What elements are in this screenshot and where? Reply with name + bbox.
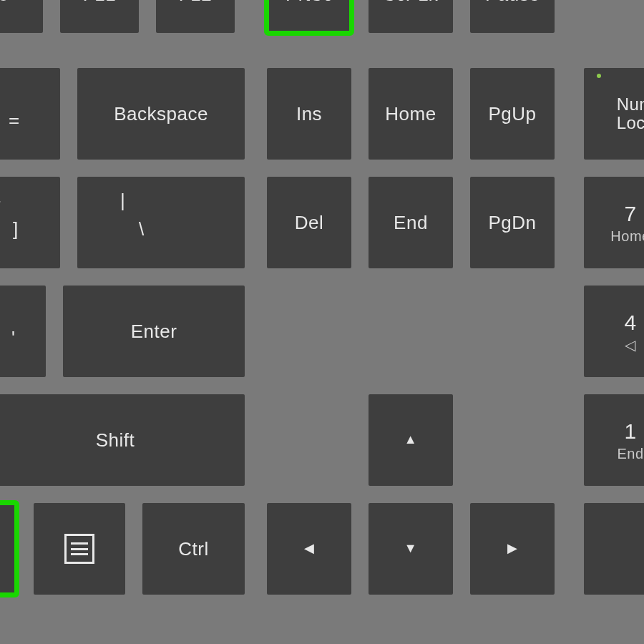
- scroll-lock-key[interactable]: Scr Lk: [369, 0, 453, 33]
- end-key[interactable]: End: [369, 177, 453, 268]
- menu-key[interactable]: [34, 503, 125, 595]
- key-label: PgDn: [488, 213, 536, 233]
- key-label: 0: [0, 0, 9, 4]
- right-ctrl-key[interactable]: Ctrl: [142, 503, 245, 595]
- key-sub-label: End: [617, 446, 643, 462]
- key-label: PgUp: [488, 104, 536, 125]
- numpad-4-key[interactable]: 4◁: [584, 286, 644, 377]
- plus-equals-key[interactable]: +=: [0, 68, 60, 160]
- key-main-label: 4: [624, 311, 636, 334]
- key-label: Scr Lk: [384, 0, 439, 4]
- f10-key[interactable]: 0: [0, 0, 43, 33]
- left-arrow-key[interactable]: ◀: [267, 503, 351, 595]
- key-label: Ins: [296, 104, 322, 125]
- down-arrow-key[interactable]: ▼: [369, 503, 453, 595]
- right-bracket-key[interactable]: }]: [0, 177, 60, 268]
- key-label: Del: [295, 213, 324, 233]
- insert-key[interactable]: Ins: [267, 68, 351, 160]
- key-sub-label: Home: [610, 228, 644, 244]
- single-quote-label: ': [11, 327, 15, 349]
- pageup-key[interactable]: PgUp: [470, 68, 555, 160]
- key-main-label: 1: [624, 419, 636, 443]
- delete-key[interactable]: Del: [267, 177, 351, 268]
- numpad-0-key[interactable]: [584, 503, 644, 595]
- menu-icon: [64, 534, 94, 564]
- numpad-1-key[interactable]: 1End: [584, 394, 644, 486]
- arrow-down-icon: ▼: [404, 542, 417, 556]
- numlock-key[interactable]: Num Lock: [584, 68, 644, 160]
- up-arrow-key[interactable]: ▲: [369, 394, 453, 486]
- key-label: F11: [83, 0, 116, 4]
- arrow-left-icon: ◀: [304, 542, 315, 556]
- pause-key[interactable]: Pause: [470, 0, 555, 33]
- equals-label: =: [9, 109, 19, 132]
- printscreen-key[interactable]: PrtSc: [267, 0, 351, 33]
- right-brace-label: }: [0, 190, 1, 212]
- key-sub-label: ◁: [625, 337, 636, 353]
- hidden-highlighted-key[interactable]: [0, 503, 16, 595]
- key-label: End: [394, 213, 428, 233]
- key-main-label: 7: [624, 202, 636, 225]
- right-arrow-key[interactable]: ▶: [470, 503, 555, 595]
- pipe-label: |: [120, 190, 125, 212]
- key-label: Shift: [96, 430, 135, 451]
- f12-key[interactable]: F12: [156, 0, 235, 33]
- key-label: Enter: [131, 321, 177, 342]
- quote-key[interactable]: "': [0, 286, 46, 377]
- key-label: Backspace: [114, 104, 208, 125]
- numpad-7-key[interactable]: 7Home: [584, 177, 644, 268]
- key-label: Pause: [485, 0, 540, 4]
- key-label: Ctrl: [178, 539, 208, 560]
- enter-key[interactable]: Enter: [63, 286, 245, 377]
- backspace-key[interactable]: Backspace: [77, 68, 245, 160]
- key-label: PrtSc: [286, 0, 333, 4]
- right-bracket-label: ]: [13, 218, 18, 240]
- pagedown-key[interactable]: PgDn: [470, 177, 555, 268]
- backslash-key[interactable]: |\: [77, 177, 245, 268]
- key-label: F12: [179, 0, 212, 4]
- backslash-label: \: [139, 218, 144, 240]
- plus-label: +: [0, 81, 1, 103]
- arrow-up-icon: ▲: [404, 433, 417, 447]
- f11-key[interactable]: F11: [60, 0, 139, 33]
- home-key[interactable]: Home: [369, 68, 453, 160]
- key-label: Home: [385, 104, 436, 125]
- key-label: Num Lock: [607, 95, 644, 133]
- numlock-led-icon: [597, 74, 601, 78]
- arrow-right-icon: ▶: [507, 542, 518, 556]
- right-shift-key[interactable]: Shift: [0, 394, 245, 486]
